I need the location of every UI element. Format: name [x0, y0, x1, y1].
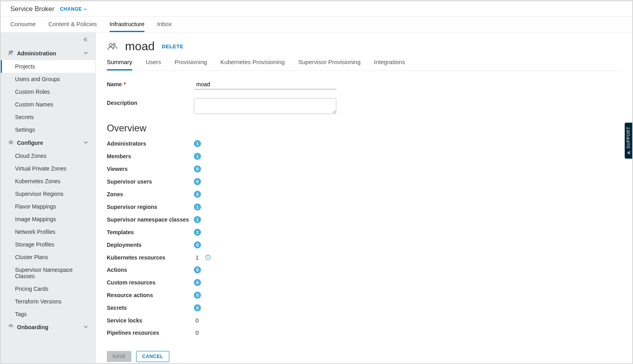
overview-row-kubernetes-resources: Kubernetes resources1: [107, 254, 621, 261]
info-icon[interactable]: [205, 254, 211, 260]
sub-tab-users[interactable]: Users: [146, 59, 161, 70]
sidebar-item-flavor-mappings[interactable]: Flavor Mappings: [1, 200, 95, 213]
count-badge[interactable]: 1: [194, 153, 201, 160]
sidebar-item-supervisor-namespace-classes[interactable]: Supervisor Namespace Classes: [1, 264, 95, 282]
support-tab[interactable]: SUPPORT: [625, 123, 632, 159]
sidebar-item-storage-profiles[interactable]: Storage Profiles: [1, 238, 95, 251]
sub-tabs: SummaryUsersProvisioningKubernetes Provi…: [107, 59, 621, 71]
support-label: SUPPORT: [626, 127, 631, 148]
sub-tab-provisioning[interactable]: Provisioning: [174, 59, 207, 70]
sidebar-section-head-configure[interactable]: Configure: [1, 136, 95, 150]
sub-tab-integrations[interactable]: Integrations: [374, 59, 405, 70]
sub-tab-summary[interactable]: Summary: [107, 59, 132, 70]
overview-row-custom-resources: Custom resources0: [107, 279, 621, 286]
sidebar-item-network-profiles[interactable]: Network Profiles: [1, 226, 95, 238]
change-label: CHANGE: [60, 6, 82, 12]
overview-row-viewers: Viewers0: [107, 165, 621, 173]
overview-label: Pipelines resources: [107, 330, 194, 336]
overview-label: Viewers: [107, 166, 194, 172]
chevron-down-icon: [83, 324, 88, 330]
count-badge[interactable]: 1: [194, 216, 201, 223]
admin-icon: [8, 50, 14, 57]
double-chevron-left-icon: [627, 151, 631, 155]
overview-label: Deployments: [107, 242, 194, 248]
sidebar-item-users-and-groups[interactable]: Users and Groups: [1, 73, 95, 85]
svg-point-2: [10, 141, 12, 143]
overview-row-supervisor-namespace-classes: Supervisor namespace classes1: [107, 216, 621, 223]
page-title: moad: [125, 40, 155, 53]
sidebar-item-pricing-cards[interactable]: Pricing Cards: [1, 282, 95, 295]
sidebar-collapse-button[interactable]: [1, 32, 95, 47]
sidebar-item-settings[interactable]: Settings: [1, 123, 95, 136]
sidebar-item-projects[interactable]: Projects: [1, 60, 95, 73]
overview-label: Secrets: [107, 305, 194, 311]
count-badge[interactable]: 1: [194, 140, 201, 147]
chevron-down-icon: [83, 8, 87, 11]
count-badge[interactable]: 0: [194, 165, 201, 173]
count-badge[interactable]: 0: [194, 178, 201, 185]
main-tab-consume[interactable]: Consume: [10, 17, 36, 32]
main-tab-content-policies[interactable]: Content & Policies: [48, 17, 97, 32]
name-input[interactable]: [194, 80, 336, 89]
description-field-row: Description: [107, 98, 621, 114]
chevron-down-icon: [83, 50, 88, 57]
overview-row-deployments: Deployments0: [107, 241, 621, 248]
sidebar-item-tags[interactable]: Tags: [1, 308, 95, 320]
overview-row-supervisor-users: Supervisor users0: [107, 178, 621, 185]
sidebar-item-kubernetes-zones[interactable]: Kubernetes Zones: [1, 175, 95, 188]
count-badge[interactable]: 0: [194, 191, 201, 198]
count-badge[interactable]: 0: [194, 292, 201, 299]
count-badge[interactable]: 0: [194, 266, 201, 273]
overview-label: Resource actions: [107, 292, 194, 298]
overview-row-templates: Templates1: [107, 229, 621, 236]
topbar: Service Broker CHANGE: [1, 1, 632, 17]
main-tab-infrastructure[interactable]: Infrastructure: [110, 17, 144, 32]
count-badge[interactable]: 1: [194, 203, 201, 210]
sidebar-item-supervisor-regions[interactable]: Supervisor Regions: [1, 188, 95, 200]
overview-row-supervisor-regions: Supervisor regions1: [107, 203, 621, 210]
sidebar-item-terraform-versions[interactable]: Terraform Versions: [1, 295, 95, 308]
sidebar-section-head-onboarding[interactable]: Onboarding: [1, 320, 95, 334]
overview-row-pipelines-resources: Pipelines resources0: [107, 329, 621, 336]
svg-point-4: [113, 44, 115, 46]
delete-button[interactable]: DELETE: [162, 44, 184, 49]
name-field-row: Name*: [107, 80, 621, 89]
description-textarea[interactable]: [194, 98, 336, 114]
count-badge[interactable]: 0: [194, 304, 201, 311]
cancel-button[interactable]: CANCEL: [136, 351, 169, 362]
sidebar-item-secrets[interactable]: Secrets: [1, 111, 95, 123]
sidebar-item-custom-names[interactable]: Custom Names: [1, 98, 95, 111]
save-button[interactable]: SAVE: [107, 351, 131, 362]
overview-row-actions: Actions0: [107, 266, 621, 273]
count-value: 1: [194, 254, 199, 261]
onboarding-icon: [8, 324, 14, 331]
main-tabs: ConsumeContent & PoliciesInfrastructureI…: [1, 17, 632, 32]
name-label: Name*: [107, 80, 194, 87]
configure-icon: [8, 139, 14, 146]
count-badge[interactable]: 1: [194, 229, 201, 236]
overview-label: Zones: [107, 191, 194, 197]
sidebar-item-cluster-plans[interactable]: Cluster Plans: [1, 251, 95, 264]
count-badge[interactable]: 0: [194, 241, 201, 248]
svg-point-7: [208, 256, 208, 256]
main-tab-inbox[interactable]: Inbox: [157, 17, 172, 32]
sidebar-section-head-administration[interactable]: Administration: [1, 47, 95, 60]
sidebar-item-custom-roles[interactable]: Custom Roles: [1, 85, 95, 98]
overview-label: Actions: [107, 267, 194, 273]
overview-label: Administrators: [107, 140, 194, 147]
chevron-down-icon: [83, 140, 88, 146]
overview-title: Overview: [107, 123, 621, 134]
form-footer: SAVE CANCEL: [107, 341, 621, 363]
overview-row-resource-actions: Resource actions0: [107, 292, 621, 299]
sidebar-item-cloud-zones[interactable]: Cloud Zones: [1, 150, 95, 162]
sidebar-item-image-mappings[interactable]: Image Mappings: [1, 213, 95, 226]
sub-tab-supervisor-provisioning[interactable]: Supervisor Provisioning: [298, 59, 361, 70]
required-asterisk: *: [123, 81, 125, 87]
count-value: 0: [194, 329, 199, 336]
count-badge[interactable]: 0: [194, 279, 201, 286]
project-group-icon: [107, 41, 118, 52]
sidebar-item-virtual-private-zones[interactable]: Virtual Private Zones: [1, 162, 95, 175]
overview-label: Supervisor users: [107, 178, 194, 185]
change-app-link[interactable]: CHANGE: [60, 6, 87, 12]
sub-tab-kubernetes-provisioning[interactable]: Kubernetes Provisioning: [220, 59, 285, 70]
